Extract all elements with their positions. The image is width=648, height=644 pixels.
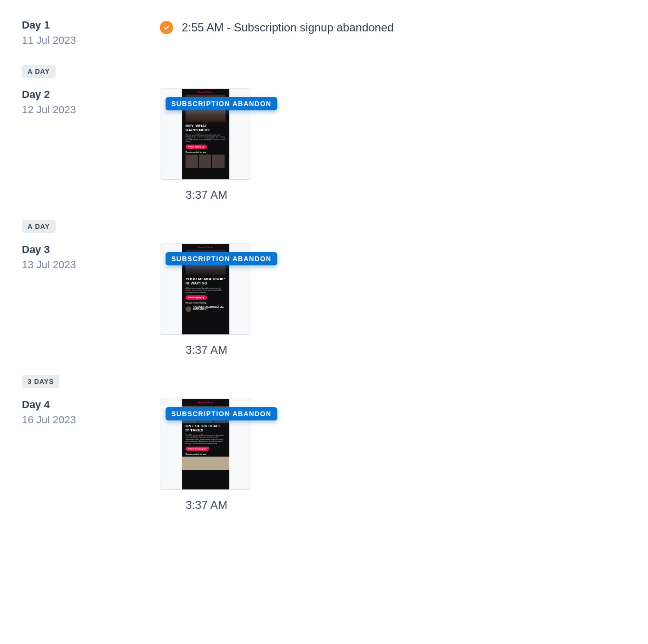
day-row: Day 3 13 Jul 2023 MasterClass YOUR MEMBE… (22, 244, 626, 357)
day-date: 11 Jul 2023 (22, 34, 160, 47)
day-content: MasterClass HEY, WHAT HAPPENED? We saw y… (160, 88, 251, 202)
day-row: Day 1 11 Jul 2023 2:55 AM - Subscription… (22, 19, 626, 47)
check-circle-icon (160, 21, 173, 34)
gap-pill: 3 DAYS (22, 375, 59, 388)
email-subheading: Recommended for you (186, 453, 226, 455)
gap-pill-wrap: 3 DAYS (22, 375, 626, 388)
email-card-wrap[interactable]: MasterClass YOUR MEMBERSHIP IS WAITING A… (160, 244, 251, 335)
gap-pill-wrap: A DAY (22, 220, 626, 233)
day-content: MasterClass YOUR MEMBERSHIP IS WAITING A… (160, 244, 251, 357)
day-content: MasterClass ONE CLICK IS ALL IT TAKES Ge… (160, 399, 251, 512)
day-date: 13 Jul 2023 (22, 259, 160, 271)
email-brand: MasterClass (182, 401, 229, 404)
timeline: Day 1 11 Jul 2023 2:55 AM - Subscription… (22, 19, 626, 517)
email-thumbnails (186, 155, 226, 168)
day-row: Day 4 16 Jul 2023 MasterClass ONE CLICK … (22, 399, 626, 512)
email-body: Get 200+ classes and learn to cook an un… (186, 434, 226, 445)
email-type-badge: SUBSCRIPTION ABANDON (166, 97, 277, 110)
day-info: Day 1 11 Jul 2023 (22, 19, 160, 47)
email-quote-avatar (186, 306, 191, 312)
email-body: We saw you checking us out, but then you… (186, 134, 226, 143)
gap-pill: A DAY (22, 65, 56, 78)
day-label: Day 1 (22, 19, 160, 31)
email-quote-box: "I ALMOST EXCLUSIVELY USE AUDIO-ONLY." (186, 306, 226, 312)
email-time: 3:37 AM (186, 498, 251, 512)
day-info: Day 3 13 Jul 2023 (22, 244, 160, 271)
email-cta-button: Finish checking out (186, 447, 209, 451)
email-thumb (212, 155, 225, 168)
email-text-block: ONE CLICK IS ALL IT TAKES Get 200+ class… (182, 424, 229, 457)
email-quote: "I ALMOST EXCLUSIVELY USE AUDIO-ONLY." (193, 306, 226, 311)
email-headline: HEY, WHAT HAPPENED? (186, 124, 226, 133)
email-type-badge: SUBSCRIPTION ABANDON (166, 252, 277, 265)
day-label: Day 3 (22, 244, 160, 256)
day-info: Day 4 16 Jul 2023 (22, 399, 160, 426)
email-subheading: Recommended for you (186, 151, 226, 153)
email-subheading: Hit play in the morning (186, 302, 226, 304)
day-date: 16 Jul 2023 (22, 414, 160, 426)
email-thumb (199, 155, 211, 168)
email-headline: ONE CLICK IS ALL IT TAKES (186, 424, 226, 433)
day-label: Day 2 (22, 88, 160, 101)
gap-pill: A DAY (22, 220, 56, 233)
email-body: A Masterclass in your day adds a whole n… (186, 287, 226, 294)
email-headline: YOUR MEMBERSHIP IS WAITING (186, 277, 226, 286)
email-time: 3:37 AM (186, 188, 251, 202)
email-time: 3:37 AM (186, 343, 251, 357)
email-thumb (182, 457, 229, 470)
day-content: 2:55 AM - Subscription signup abandoned (160, 19, 394, 34)
email-brand: MasterClass (186, 246, 226, 249)
day-row: Day 2 12 Jul 2023 MasterClass HEY, WHAT … (22, 88, 626, 202)
event-line: 2:55 AM - Subscription signup abandoned (160, 21, 394, 34)
event-text: 2:55 AM - Subscription signup abandoned (182, 21, 394, 34)
email-type-badge: SUBSCRIPTION ABANDON (166, 407, 277, 420)
email-thumb (186, 155, 198, 168)
day-date: 12 Jul 2023 (22, 104, 160, 116)
email-brand: MasterClass (186, 91, 226, 94)
day-info: Day 2 12 Jul 2023 (22, 88, 160, 116)
day-label: Day 4 (22, 399, 160, 411)
email-card-wrap[interactable]: MasterClass HEY, WHAT HAPPENED? We saw y… (160, 88, 251, 180)
gap-pill-wrap: A DAY (22, 65, 626, 78)
email-cta-button: Finish signing up (186, 145, 207, 149)
email-cta-button: Finish signing up (186, 295, 207, 300)
email-card-wrap[interactable]: MasterClass ONE CLICK IS ALL IT TAKES Ge… (160, 399, 251, 490)
